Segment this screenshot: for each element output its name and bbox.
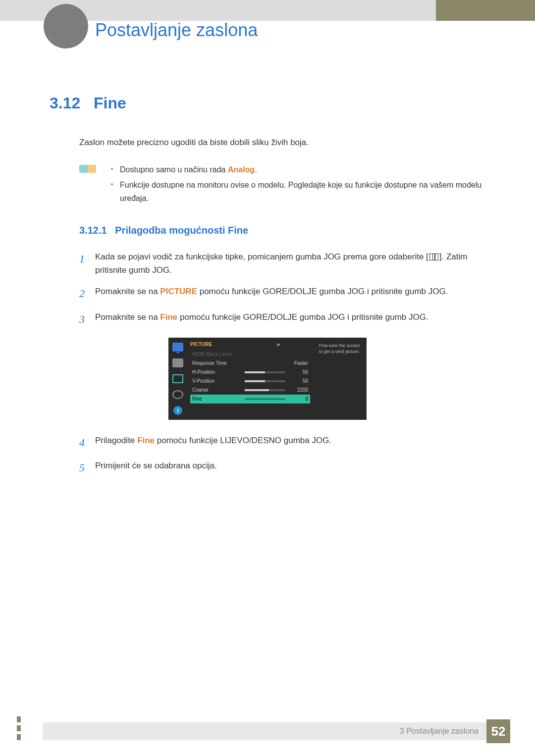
osd-title: PICTURE xyxy=(190,342,212,347)
step-text: Pomaknite se na Fine pomoću funkcije GOR… xyxy=(95,310,485,324)
step-number: 3 xyxy=(79,310,95,328)
osd-main: PICTURE HDMI Black Level Response Time F… xyxy=(187,338,315,420)
section-number: 3.12 xyxy=(50,94,80,112)
osd-value: Faster xyxy=(288,360,308,366)
step-list-continued: 4 Prilagodite Fine pomoću funkcije LIJEV… xyxy=(79,434,485,476)
step-list: 1 Kada se pojavi vodič za funkcijske tip… xyxy=(79,250,485,328)
osd-label: Fine xyxy=(192,396,242,402)
osd-row-hdmi: HDMI Black Level xyxy=(190,350,310,359)
text-span: pomoću funkcije LIJEVO/DESNO gumba JOG. xyxy=(155,436,331,445)
osd-label: H-Position xyxy=(192,369,242,375)
intro-text: Zaslon možete precizno ugoditi da biste … xyxy=(79,136,485,149)
step-number: 4 xyxy=(79,434,95,451)
osd-label: V-Position xyxy=(192,378,242,384)
step-item: 1 Kada se pojavi vodič za funkcijske tip… xyxy=(79,250,485,277)
step-emphasis: PICTURE xyxy=(160,287,197,296)
osd-row-vpos: V-Position 50 xyxy=(190,377,310,386)
osd-row-response: Response Time Faster xyxy=(190,359,310,368)
osd-slider xyxy=(245,398,285,400)
footer-mark-icon xyxy=(17,734,21,740)
text-span: pomoću funkcije GORE/DOLJE gumba JOG i p… xyxy=(177,312,428,322)
picture-icon xyxy=(172,358,183,367)
osd-slider xyxy=(245,380,285,382)
osd-slider xyxy=(245,371,285,373)
osd-row-coarse: Coarse 2200 xyxy=(190,386,310,395)
note-emphasis: Analog xyxy=(228,165,255,174)
arrow-up-icon xyxy=(276,343,280,346)
section-heading: 3.12 Fine xyxy=(50,94,485,112)
osd-row-hpos: H-Position 50 xyxy=(190,368,310,377)
chapter-title: Postavljanje zaslona xyxy=(95,20,258,41)
osd-row-fine: Fine 0 xyxy=(190,395,310,403)
osd-value: 0 xyxy=(288,396,308,402)
step-text: Primijenit će se odabrana opcija. xyxy=(95,459,485,472)
step-text: Prilagodite Fine pomoću funkcije LIJEVO/… xyxy=(95,434,485,447)
text-span: Prilagodite xyxy=(95,436,137,445)
step-text: Pomaknite se na PICTURE pomoću funkcije … xyxy=(95,285,485,298)
step-item: 5 Primijenit će se odabrana opcija. xyxy=(79,459,485,476)
osd-screenshot: i PICTURE HDMI Black Level Response Time… xyxy=(168,338,367,420)
footer-mark-icon xyxy=(17,716,21,722)
osd-slider-fill xyxy=(245,371,265,373)
section-title: Fine xyxy=(94,94,126,112)
brightness-icon xyxy=(172,343,183,352)
osd-label: HDMI Black Level xyxy=(192,352,242,357)
osd-value: 50 xyxy=(288,378,308,384)
osd-slider-fill xyxy=(245,389,269,391)
footer-chapter-label: 3 Postavljanje zaslona xyxy=(400,727,479,736)
step-number: 5 xyxy=(79,459,95,476)
osd-label: Response Time xyxy=(192,360,242,366)
footer-marks xyxy=(17,716,21,743)
osd-slider-fill xyxy=(245,380,265,382)
text-span: Pomaknite se na xyxy=(95,287,160,296)
menu-icon xyxy=(429,253,438,260)
text-span: Kada se pojavi vodič za funkcijske tipke… xyxy=(95,252,428,261)
osd-slider xyxy=(245,389,285,391)
step-item: 2 Pomaknite se na PICTURE pomoću funkcij… xyxy=(79,285,485,302)
note-text: Dostupno samo u načinu rada xyxy=(120,165,228,174)
subsection-heading: 3.12.1 Prilagodba mogućnosti Fine xyxy=(79,225,485,236)
subsection-title: Prilagodba mogućnosti Fine xyxy=(115,225,248,236)
step-text: Kada se pojavi vodič za funkcijske tipke… xyxy=(95,250,485,277)
osd-tip: Fine-tune the screen to get a vivid pict… xyxy=(315,338,367,420)
subsection-number: 3.12.1 xyxy=(79,225,107,236)
osd-title-row: PICTURE xyxy=(190,342,310,347)
chapter-number-circle xyxy=(44,4,88,49)
info-icon: i xyxy=(173,406,182,415)
osd-sidebar: i xyxy=(168,338,187,420)
page-number: 52 xyxy=(486,719,510,743)
note-block: Dostupno samo u načinu rada Analog. Funk… xyxy=(79,163,485,207)
header-accent xyxy=(436,0,535,21)
step-emphasis: Fine xyxy=(160,312,177,322)
screen-icon xyxy=(172,374,183,383)
page-content: 3.12 Fine Zaslon možete precizno ugoditi… xyxy=(50,94,485,484)
note-list: Dostupno samo u načinu rada Analog. Funk… xyxy=(111,163,485,207)
step-item: 4 Prilagodite Fine pomoću funkcije LIJEV… xyxy=(79,434,485,451)
osd-value: 50 xyxy=(288,369,308,375)
note-item: Funkcije dostupne na monitoru ovise o mo… xyxy=(111,178,485,205)
osd-value: 2200 xyxy=(288,387,308,393)
note-icon xyxy=(79,165,96,173)
footer-bar: 3 Postavljanje zaslona xyxy=(43,722,486,740)
step-number: 1 xyxy=(79,250,95,267)
osd-label: Coarse xyxy=(192,387,242,393)
text-span: pomoću funkcije GORE/DOLJE gumba JOG i p… xyxy=(197,287,448,296)
footer-mark-icon xyxy=(17,725,21,731)
note-item: Dostupno samo u načinu rada Analog. xyxy=(111,163,485,176)
text-span: Pomaknite se na xyxy=(95,312,160,322)
note-text: . xyxy=(255,165,257,174)
step-emphasis: Fine xyxy=(137,436,155,445)
step-item: 3 Pomaknite se na Fine pomoću funkcije G… xyxy=(79,310,485,328)
step-number: 2 xyxy=(79,285,95,302)
settings-icon xyxy=(172,390,183,399)
